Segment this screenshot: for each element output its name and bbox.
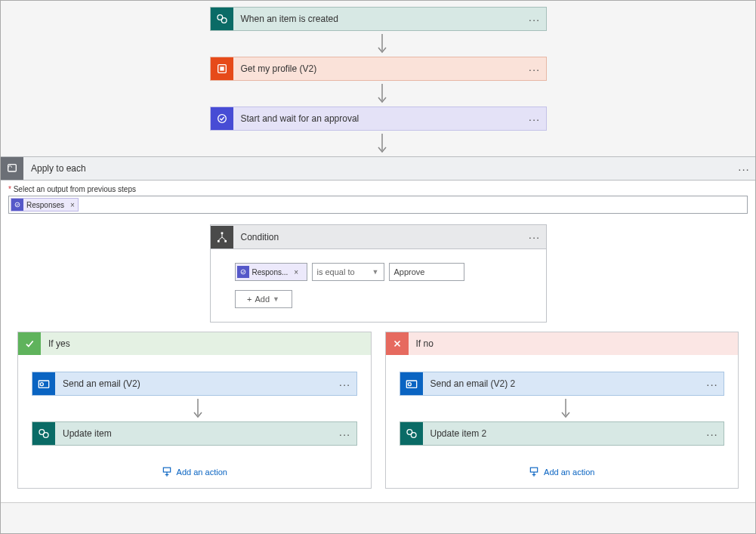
add-action-yes[interactable]: Add an action xyxy=(162,467,227,477)
apply-to-each-body: * Select an output from previous steps R… xyxy=(1,181,755,503)
sharepoint-icon xyxy=(32,422,55,445)
svg-point-1 xyxy=(221,18,227,23)
send-email-yes-card[interactable]: Send an email (V2) ··· xyxy=(32,372,357,396)
svg-point-31 xyxy=(411,433,416,438)
check-icon xyxy=(18,332,41,355)
if-no-branch: If no Send an email (V2) 2 ··· xyxy=(385,332,739,489)
svg-point-9 xyxy=(15,202,20,207)
condition-label: Condition xyxy=(233,232,523,242)
close-icon xyxy=(386,332,409,355)
token-remove[interactable]: × xyxy=(291,268,301,276)
arrow-icon xyxy=(378,84,379,105)
get-profile-label: Get my profile (V2) xyxy=(233,63,523,74)
svg-rect-12 xyxy=(224,240,227,242)
loop-icon xyxy=(1,157,23,180)
condition-right-value[interactable]: Approve xyxy=(389,263,464,281)
outlook-icon xyxy=(400,372,423,395)
outlook-icon xyxy=(32,372,55,395)
svg-rect-10 xyxy=(221,232,223,234)
add-action-icon xyxy=(162,467,172,477)
if-no-label: If no xyxy=(409,338,434,349)
card-menu[interactable]: ··· xyxy=(523,230,546,243)
svg-point-6 xyxy=(218,115,226,123)
arrow-icon xyxy=(561,399,563,420)
svg-point-28 xyxy=(408,383,411,386)
condition-card: Condition ··· Respons... × xyxy=(210,224,547,323)
update-item-no-card[interactable]: Update item 2 ··· xyxy=(400,421,725,446)
if-yes-branch: If yes Send an email (V2) ··· xyxy=(17,332,372,489)
svg-point-18 xyxy=(40,383,43,386)
svg-point-21 xyxy=(43,433,48,438)
send-email-no-card[interactable]: Send an email (V2) 2 ··· xyxy=(400,372,725,396)
card-menu[interactable]: ··· xyxy=(523,113,546,125)
condition-header[interactable]: Condition ··· xyxy=(211,225,546,249)
token-remove[interactable]: × xyxy=(67,201,78,209)
condition-icon xyxy=(211,226,233,248)
arrow-icon xyxy=(193,399,195,420)
card-menu[interactable]: ··· xyxy=(523,13,546,26)
add-action-no[interactable]: Add an action xyxy=(529,467,594,477)
svg-line-14 xyxy=(218,237,222,240)
svg-rect-32 xyxy=(530,468,537,472)
approval-label: Start and wait for an approval xyxy=(233,113,523,124)
chevron-down-icon: ▼ xyxy=(273,295,279,303)
if-no-header[interactable]: If no xyxy=(386,332,739,355)
output-selector[interactable]: Responses × xyxy=(8,196,748,214)
card-menu[interactable]: ··· xyxy=(523,63,546,76)
flow-canvas: When an item is created ··· Get my profi… xyxy=(0,0,756,534)
arrow-icon xyxy=(378,134,379,155)
add-condition-button[interactable]: + Add ▼ xyxy=(235,290,292,308)
card-menu[interactable]: ··· xyxy=(733,162,755,175)
card-menu[interactable]: ··· xyxy=(334,428,356,440)
sharepoint-icon xyxy=(400,422,423,445)
svg-line-15 xyxy=(222,237,226,240)
condition-operator[interactable]: is equal to ▼ xyxy=(312,263,384,281)
update-item-yes-card[interactable]: Update item ··· xyxy=(32,421,357,446)
token-icon xyxy=(237,266,249,278)
card-menu[interactable]: ··· xyxy=(701,428,724,440)
get-profile-card[interactable]: Get my profile (V2) ··· xyxy=(210,57,547,81)
svg-rect-22 xyxy=(163,468,170,472)
apply-to-each-label: Apply to each xyxy=(23,163,733,174)
approval-card[interactable]: Start and wait for an approval ··· xyxy=(210,106,547,131)
svg-point-16 xyxy=(241,270,245,274)
responses-token[interactable]: Responses × xyxy=(11,198,79,211)
add-action-icon xyxy=(529,467,539,477)
token-icon xyxy=(11,199,23,211)
card-menu[interactable]: ··· xyxy=(701,378,724,390)
token-text: Responses xyxy=(26,201,67,209)
office-icon xyxy=(211,57,233,80)
condition-left-operand[interactable]: Respons... × xyxy=(235,263,307,281)
condition-branches: If yes Send an email (V2) ··· xyxy=(8,323,748,489)
sharepoint-icon xyxy=(211,8,233,30)
svg-rect-11 xyxy=(218,240,220,242)
trigger-label: When an item is created xyxy=(233,14,523,24)
svg-rect-4 xyxy=(220,66,224,70)
if-yes-header[interactable]: If yes xyxy=(18,332,371,355)
arrow-icon xyxy=(378,34,379,55)
plus-icon: + xyxy=(247,295,251,304)
condition-body: Respons... × is equal to ▼ Approve xyxy=(211,249,546,322)
trigger-card[interactable]: When an item is created ··· xyxy=(210,7,547,31)
apply-to-each-header[interactable]: Apply to each ··· xyxy=(1,156,755,181)
top-flow: When an item is created ··· Get my profi… xyxy=(1,1,755,156)
card-menu[interactable]: ··· xyxy=(334,378,356,390)
chevron-down-icon: ▼ xyxy=(372,268,379,276)
approval-icon xyxy=(211,107,233,130)
svg-rect-8 xyxy=(8,165,17,171)
select-output-label: * Select an output from previous steps xyxy=(8,185,748,193)
if-yes-label: If yes xyxy=(41,338,70,349)
